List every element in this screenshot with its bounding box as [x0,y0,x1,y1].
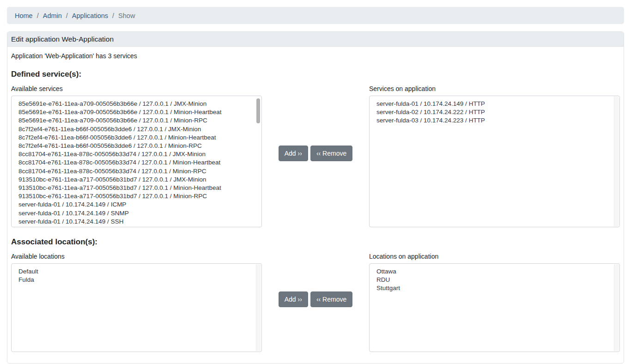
services-actions-column: Add ›› ‹‹ Remove [262,79,369,227]
assigned-services-column: Services on application server-fulda-01 … [369,79,620,227]
list-option[interactable]: 913510bc-e761-11ea-a717-005056b31bd7 / 1… [18,176,255,184]
list-option[interactable]: server-fulda-01 / 10.174.24.149 / ICMP [18,200,255,209]
page: Home / Admin / Applications / Show Edit … [0,0,631,364]
list-option[interactable]: 8c7f2ef4-e761-11ea-b66f-005056b3dde6 / 1… [18,133,255,142]
services-remove-button[interactable]: ‹‹ Remove [310,146,352,161]
scrollbar-track[interactable] [614,264,619,351]
list-option[interactable]: 85e5691e-e761-11ea-a709-005056b3b66e / 1… [18,108,255,116]
list-option[interactable]: 8cc81704-e761-11ea-878c-005056b33d74 / 1… [18,167,255,176]
scrollbar-track[interactable] [614,97,619,226]
breadcrumb-separator: / [62,12,72,19]
available-services-listbox[interactable]: 85e5691e-e761-11ea-a709-005056b3b66e / 1… [11,96,262,227]
breadcrumb-link-admin[interactable]: Admin [43,12,62,19]
list-option[interactable]: 85e5691e-e761-11ea-a709-005056b3b66e / 1… [18,116,255,125]
services-section-heading: Defined service(s): [11,70,620,79]
panel-title: Edit application Web-Application [7,32,624,47]
locations-actions-column: Add ›› ‹‹ Remove [262,247,369,352]
locations-remove-button[interactable]: ‹‹ Remove [310,291,352,307]
available-services-column: Available services 85e5691e-e761-11ea-a7… [11,79,262,227]
locations-dual-list: Available locations DefaultFulda Add ›› … [11,247,620,352]
panel-body: Application 'Web-Application' has 3 serv… [7,47,624,363]
list-option[interactable]: Stuttgart [376,284,613,292]
services-dual-list: Available services 85e5691e-e761-11ea-a7… [11,79,620,227]
available-locations-label: Available locations [11,253,262,260]
list-option[interactable]: server-fulda-01 / 10.174.24.149 / HTTP [376,100,613,108]
list-option[interactable]: server-fulda-01 / 10.174.24.149 / SNMP [18,209,255,218]
locations-on-application-label: Locations on application [369,253,620,260]
services-on-application-label: Services on application [369,85,620,92]
locations-on-application-listbox[interactable]: OttawaRDUStuttgart [369,263,620,352]
scrollbar-thumb[interactable] [256,98,260,123]
list-option[interactable]: Fulda [18,276,255,284]
edit-application-panel: Edit application Web-Application Applica… [7,31,624,364]
application-summary: Application 'Web-Application' has 3 serv… [11,47,620,60]
list-option[interactable]: server-fulda-03 / 10.174.24.223 / HTTP [376,116,613,125]
list-option[interactable]: 913510bc-e761-11ea-a717-005056b31bd7 / 1… [18,184,255,192]
assigned-locations-column: Locations on application OttawaRDUStuttg… [369,247,620,352]
list-option[interactable]: 8c7f2ef4-e761-11ea-b66f-005056b3dde6 / 1… [18,125,255,133]
list-option[interactable]: 8cc81704-e761-11ea-878c-005056b33d74 / 1… [18,150,255,158]
list-option[interactable]: RDU [376,276,613,284]
services-add-button[interactable]: Add ›› [279,146,308,161]
list-option[interactable]: 913510bc-e761-11ea-a717-005056b31bd7 / 1… [18,192,255,200]
scrollbar-track[interactable] [256,264,261,351]
list-option[interactable]: 8c7f2ef4-e761-11ea-b66f-005056b3dde6 / 1… [18,142,255,150]
locations-section-heading: Associated location(s): [11,237,620,247]
breadcrumb: Home / Admin / Applications / Show [7,7,624,24]
available-locations-listbox[interactable]: DefaultFulda [11,263,262,352]
breadcrumb-separator: / [108,12,118,19]
breadcrumb-link-applications[interactable]: Applications [72,12,108,19]
available-locations-column: Available locations DefaultFulda [11,247,262,352]
list-option[interactable]: Default [18,267,255,276]
list-option[interactable]: server-fulda-01 / 10.174.24.149 / SSH [18,218,255,226]
available-services-label: Available services [11,85,262,92]
services-on-application-listbox[interactable]: server-fulda-01 / 10.174.24.149 / HTTPse… [369,96,620,227]
breadcrumb-link-home[interactable]: Home [15,12,33,19]
breadcrumb-separator: / [33,12,43,19]
list-option[interactable]: Ottawa [376,267,613,276]
locations-add-button[interactable]: Add ›› [279,291,308,307]
list-option[interactable]: 85e5691e-e761-11ea-a709-005056b3b66e / 1… [18,100,255,108]
list-option[interactable]: 8cc81704-e761-11ea-878c-005056b33d74 / 1… [18,158,255,167]
list-option[interactable]: server-fulda-02 / 10.174.24.222 / HTTP [376,108,613,116]
breadcrumb-current: Show [118,12,135,19]
